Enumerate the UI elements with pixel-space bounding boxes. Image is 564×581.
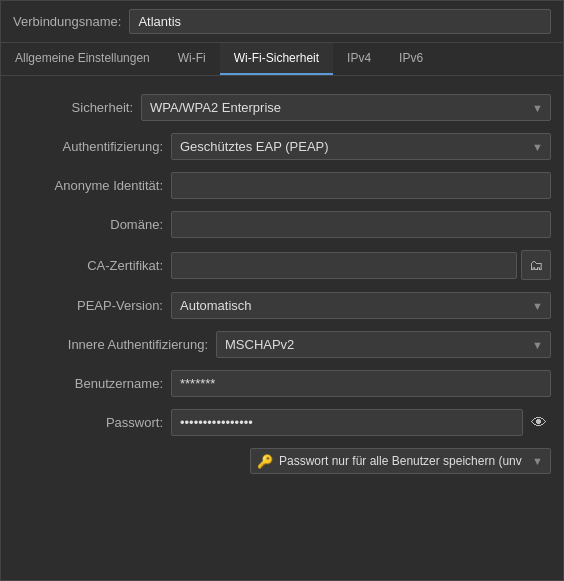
ca-control: 🗂: [171, 250, 551, 280]
tab-wifi[interactable]: Wi-Fi: [164, 43, 220, 75]
user-row: Benutzername:: [1, 364, 563, 403]
tab-allgemein[interactable]: Allgemeine Einstellungen: [1, 43, 164, 75]
pass-row: Passwort: 👁: [1, 403, 563, 442]
ca-input[interactable]: [171, 252, 517, 279]
user-control: [171, 370, 551, 397]
connection-name-input[interactable]: [129, 9, 551, 34]
content: Sicherheit: WPA/WPA2 Enterprise WPA3 Ent…: [1, 76, 563, 580]
sicherheit-select-wrapper: WPA/WPA2 Enterprise WPA3 Enterprise None…: [141, 94, 551, 121]
auth-row: Authentifizierung: Geschütztes EAP (PEAP…: [1, 127, 563, 166]
peap-select-wrapper: Automatisch Version 0 Version 1 ▼: [171, 292, 551, 319]
connection-name-label: Verbindungsname:: [13, 14, 121, 29]
anon-input[interactable]: [171, 172, 551, 199]
tab-ipv6[interactable]: IPv6: [385, 43, 437, 75]
eye-icon: 👁: [531, 414, 547, 432]
anon-control: [171, 172, 551, 199]
innere-select-wrapper: MSCHAPv2 MD5 GTC PAP CHAP MSCHAP ▼: [216, 331, 551, 358]
save-pass-select[interactable]: Passwort nur für alle Benutzer speichern…: [250, 448, 551, 474]
auth-label: Authentifizierung:: [13, 139, 163, 154]
user-input[interactable]: [171, 370, 551, 397]
domain-label: Domäne:: [13, 217, 163, 232]
peap-label: PEAP-Version:: [13, 298, 163, 313]
save-pass-row: 🔑 Passwort nur für alle Benutzer speiche…: [1, 442, 563, 480]
folder-icon: 🗂: [529, 257, 543, 273]
innere-select[interactable]: MSCHAPv2 MD5 GTC PAP CHAP MSCHAP: [216, 331, 551, 358]
sicherheit-label: Sicherheit:: [13, 100, 133, 115]
sicherheit-select[interactable]: WPA/WPA2 Enterprise WPA3 Enterprise None…: [141, 94, 551, 121]
domain-control: [171, 211, 551, 238]
auth-select[interactable]: Geschütztes EAP (PEAP) TLS TTLS FAST: [171, 133, 551, 160]
tab-wifi-sicherheit[interactable]: Wi-Fi-Sicherheit: [220, 43, 333, 75]
ca-row: CA-Zertifikat: 🗂: [1, 244, 563, 286]
auth-select-wrapper: Geschütztes EAP (PEAP) TLS TTLS FAST ▼: [171, 133, 551, 160]
pass-input[interactable]: [171, 409, 523, 436]
ca-folder-button[interactable]: 🗂: [521, 250, 551, 280]
domain-row: Domäne:: [1, 205, 563, 244]
domain-input[interactable]: [171, 211, 551, 238]
save-pass-select-wrapper: 🔑 Passwort nur für alle Benutzer speiche…: [250, 448, 551, 474]
tabs-row: Allgemeine Einstellungen Wi-Fi Wi-Fi-Sic…: [1, 43, 563, 76]
peap-select[interactable]: Automatisch Version 0 Version 1: [171, 292, 551, 319]
user-label: Benutzername:: [13, 376, 163, 391]
window: Verbindungsname: Allgemeine Einstellunge…: [0, 0, 564, 581]
pass-label: Passwort:: [13, 415, 163, 430]
tab-ipv4[interactable]: IPv4: [333, 43, 385, 75]
anon-label: Anonyme Identität:: [13, 178, 163, 193]
connection-name-row: Verbindungsname:: [1, 1, 563, 43]
innere-label: Innere Authentifizierung:: [13, 337, 208, 352]
peap-row: PEAP-Version: Automatisch Version 0 Vers…: [1, 286, 563, 325]
anon-row: Anonyme Identität:: [1, 166, 563, 205]
show-password-button[interactable]: 👁: [527, 412, 551, 434]
pass-control: 👁: [171, 409, 551, 436]
ca-label: CA-Zertifikat:: [13, 258, 163, 273]
innere-row: Innere Authentifizierung: MSCHAPv2 MD5 G…: [1, 325, 563, 364]
sicherheit-row: Sicherheit: WPA/WPA2 Enterprise WPA3 Ent…: [1, 88, 563, 127]
